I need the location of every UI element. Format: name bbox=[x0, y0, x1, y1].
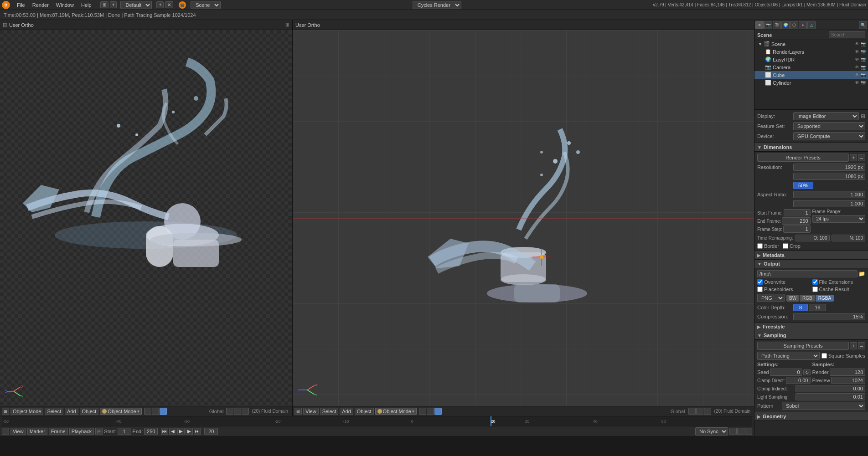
bw-btn[interactable]: BW bbox=[786, 295, 799, 302]
current-frame-input[interactable]: 20 bbox=[204, 428, 218, 435]
bottom-r-icon3[interactable] bbox=[745, 428, 752, 435]
format-selector[interactable]: PNG bbox=[757, 294, 785, 302]
cache-label[interactable]: Cache Result bbox=[812, 287, 866, 292]
left-right-icon1[interactable] bbox=[226, 408, 233, 415]
frame-rate-select[interactable]: 24 fps bbox=[812, 215, 866, 223]
right-object-menu[interactable]: Object bbox=[355, 408, 374, 415]
outline-item-cylinder[interactable]: ⬜ Cylinder 👁 📷 bbox=[754, 79, 868, 87]
metadata-header[interactable]: ▶ Metadata bbox=[754, 251, 868, 260]
right-mode-selector[interactable]: Object Mode ▾ bbox=[375, 408, 417, 415]
tab-object[interactable]: ⬡ bbox=[790, 21, 798, 29]
square-samples-label[interactable]: Square Samples bbox=[822, 353, 865, 359]
crop-checkbox[interactable] bbox=[783, 243, 788, 249]
cache-checkbox[interactable] bbox=[812, 287, 818, 292]
output-folder-icon[interactable]: 📁 bbox=[858, 271, 865, 277]
menu-window[interactable]: Window bbox=[53, 1, 77, 9]
right-icon1[interactable] bbox=[419, 408, 426, 415]
left-object-menu[interactable]: Object bbox=[80, 408, 99, 415]
scene-selector[interactable]: Scene bbox=[191, 1, 221, 9]
frame-step-val[interactable]: 1 bbox=[783, 225, 810, 233]
right-viewport-content[interactable]: X Y Z bbox=[293, 30, 754, 406]
sampling-header[interactable]: ▼ Sampling bbox=[754, 331, 868, 340]
crop-checkbox-label[interactable]: Crop bbox=[783, 243, 801, 249]
tab-render[interactable]: 📷 bbox=[764, 21, 772, 29]
sampling-plus[interactable]: + bbox=[850, 342, 857, 349]
cam-icon2[interactable]: 📷 bbox=[861, 65, 866, 70]
outline-item-camera[interactable]: 📷 Camera 👁 📷 bbox=[754, 63, 868, 71]
menu-render[interactable]: Render bbox=[29, 1, 52, 9]
dimensions-header[interactable]: ▼ Dimensions bbox=[754, 143, 868, 152]
feature-set-selector[interactable]: Supported bbox=[793, 122, 865, 130]
right-vp-btn1[interactable]: ⊞ bbox=[294, 408, 302, 415]
outline-item-easyhdr[interactable]: 🌍 EasyHDR 👁 📷 bbox=[754, 56, 868, 63]
prev-frame-btn[interactable]: ◀ bbox=[169, 428, 176, 435]
aspect-y-input[interactable]: 1.000 bbox=[793, 200, 865, 207]
tab-scene[interactable]: 🎬 bbox=[773, 21, 781, 29]
left-mode-selector[interactable]: Object Mode ▾ bbox=[100, 408, 141, 415]
end-frame-input[interactable]: 250 bbox=[144, 428, 158, 435]
path-tracing-select[interactable]: Path Tracing bbox=[757, 352, 820, 360]
tab-material[interactable]: ● bbox=[799, 21, 807, 29]
output-path-input[interactable]: /tmp\ bbox=[757, 270, 858, 277]
render-presets-plus[interactable]: + bbox=[850, 154, 857, 161]
compression-val[interactable]: 15% bbox=[793, 313, 865, 320]
start-frame-val[interactable]: 1 bbox=[784, 209, 811, 216]
preview-val[interactable]: 1024 bbox=[831, 377, 865, 384]
timeline-track[interactable]: -50 -40 -30 -20 -10 0 20 30 40 50 bbox=[2, 416, 752, 426]
tab-outliner[interactable]: ≡ bbox=[755, 21, 764, 29]
right-right-icon3[interactable] bbox=[704, 408, 711, 415]
rl-icon2[interactable]: 📷 bbox=[861, 49, 866, 54]
border-checkbox[interactable] bbox=[757, 243, 763, 249]
start-frame-input[interactable]: 1 bbox=[118, 428, 131, 435]
border-checkbox-label[interactable]: Border bbox=[757, 243, 779, 249]
cube-eye[interactable]: 👁 bbox=[855, 72, 859, 77]
scene-eye[interactable]: 👁 bbox=[855, 41, 859, 46]
depth-16-btn[interactable]: 16 bbox=[809, 304, 826, 311]
ehdr-icon2[interactable]: 📷 bbox=[861, 57, 866, 62]
right-select-menu[interactable]: Select bbox=[320, 408, 339, 415]
square-samples-checkbox[interactable] bbox=[822, 353, 827, 359]
outliner-search[interactable] bbox=[829, 31, 865, 38]
res-percent-input[interactable]: 50% bbox=[793, 182, 813, 189]
ehdr-eye[interactable]: 👁 bbox=[855, 57, 859, 62]
placeholders-label[interactable]: Placeholders bbox=[757, 287, 811, 292]
bottom-r-icon2[interactable] bbox=[737, 428, 744, 435]
screen-layout-selector[interactable]: Default bbox=[120, 1, 152, 9]
seed-cycle-btn[interactable]: ↻ bbox=[803, 369, 811, 375]
overwrite-checkbox[interactable] bbox=[757, 279, 763, 285]
left-viewport-content[interactable]: X Y Z bbox=[0, 30, 292, 406]
tab-data[interactable]: △ bbox=[807, 21, 816, 29]
geometry-header[interactable]: ▶ Geometry bbox=[754, 412, 868, 421]
bottom-icon2[interactable]: ◎ bbox=[95, 428, 103, 435]
jump-start-btn[interactable]: ⏮ bbox=[161, 428, 168, 435]
outline-item-scene[interactable]: ▼ 🎬 Scene 👁 📷 bbox=[754, 40, 868, 48]
next-frame-btn[interactable]: ▶ bbox=[186, 428, 193, 435]
device-selector[interactable]: GPU Compute bbox=[793, 132, 865, 140]
res-x-input[interactable]: 1920 px bbox=[793, 164, 865, 171]
render-presets-btn[interactable]: Render Presets bbox=[757, 154, 849, 162]
left-icon2[interactable] bbox=[152, 408, 159, 415]
menu-file[interactable]: File bbox=[14, 1, 28, 9]
tab-search[interactable]: 🔍 bbox=[859, 21, 867, 29]
outline-item-cube[interactable]: ⬜ Cube 👁 📷 bbox=[754, 71, 868, 79]
time-n-val[interactable]: N: 100 bbox=[832, 235, 866, 241]
left-right-icon3[interactable] bbox=[242, 408, 249, 415]
left-add-menu[interactable]: Add bbox=[65, 408, 78, 415]
frame-btn[interactable]: Frame bbox=[49, 428, 68, 435]
sync-selector[interactable]: No Sync bbox=[695, 427, 728, 436]
display-expand-icon[interactable]: ⊞ bbox=[861, 113, 865, 119]
seed-input[interactable]: 0 bbox=[770, 369, 802, 376]
left-vp-btn1[interactable]: ⊞ bbox=[2, 408, 9, 415]
left-select-menu[interactable]: Select bbox=[45, 408, 63, 415]
play-btn[interactable]: ▶ bbox=[177, 428, 185, 435]
outline-item-renderlayers[interactable]: 📋 RenderLayers 👁 📷 bbox=[754, 48, 868, 56]
rl-eye[interactable]: 👁 bbox=[855, 49, 859, 54]
view-btn[interactable]: View bbox=[10, 428, 26, 435]
menu-help[interactable]: Help bbox=[78, 1, 95, 9]
end-frame-val[interactable]: 250 bbox=[782, 217, 810, 225]
light-sampling-val[interactable]: 0.01 bbox=[796, 393, 865, 400]
pattern-select[interactable]: Sobol bbox=[782, 402, 865, 410]
rgb-btn[interactable]: RGB bbox=[800, 295, 815, 302]
output-header[interactable]: ▼ Output bbox=[754, 260, 868, 268]
right-icon2[interactable] bbox=[427, 408, 434, 415]
